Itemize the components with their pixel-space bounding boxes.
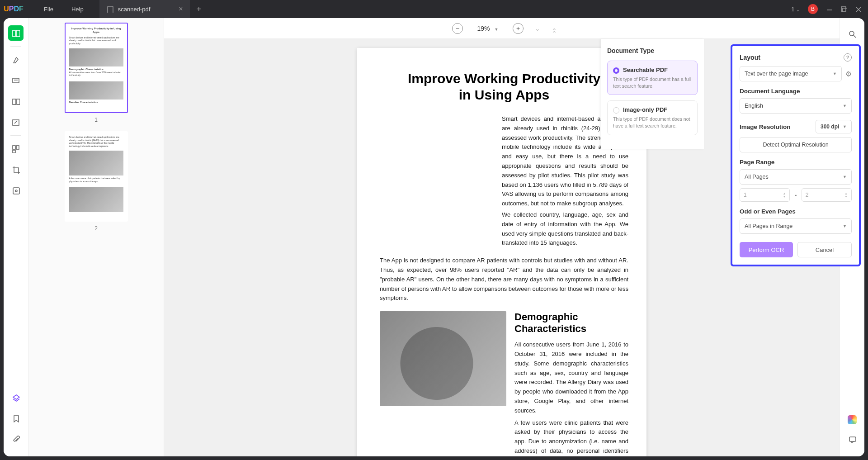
svg-rect-7 (16, 30, 20, 37)
layout-heading: Layout ? (740, 53, 852, 62)
document-image (380, 311, 506, 406)
searchable-pdf-option[interactable]: Searchable PDF This type of PDF document… (607, 61, 698, 95)
svg-rect-2 (841, 7, 846, 11)
radio-selected-icon (613, 67, 619, 74)
detect-resolution-button[interactable]: Detect Optimal Resolution (740, 137, 852, 152)
document-paragraph: The App is not designed to compare AR pa… (380, 256, 628, 303)
minimize-icon[interactable] (826, 6, 832, 12)
organize-pages-button[interactable] (8, 141, 24, 156)
svg-rect-8 (13, 78, 19, 83)
viewer-toolbar: − 19%▼ + ⌄ ⌃⌃ (164, 18, 840, 39)
svg-point-18 (849, 31, 854, 36)
document-icon (106, 5, 113, 13)
range-to-input[interactable]: 2 ▲▼ (802, 188, 852, 202)
svg-point-17 (15, 190, 17, 192)
user-avatar[interactable]: B (808, 4, 818, 14)
ocr-settings-panel: Layout ? Text over the page image▼ ⚙ Doc… (731, 44, 861, 266)
titlebar: UPDF File Help scanned-pdf × + 1 ⌄ B (0, 0, 868, 18)
highlight-tool-button[interactable] (8, 52, 24, 67)
document-type-panel: Document Type Searchable PDF This type o… (601, 39, 704, 149)
reading-mode-button[interactable] (8, 94, 24, 109)
maximize-icon[interactable] (840, 6, 847, 12)
document-paragraph: All consecutive users from June 1, 2016 … (514, 340, 628, 415)
thumbnail-panel: Improve Working Productivity in Using Ap… (28, 18, 164, 456)
svg-rect-16 (13, 188, 19, 194)
attachment-button[interactable] (8, 432, 24, 447)
language-label: Document Language (740, 88, 852, 95)
svg-rect-28 (849, 437, 856, 441)
close-window-icon[interactable] (855, 6, 861, 12)
svg-rect-14 (16, 146, 19, 149)
help-icon[interactable]: ? (844, 53, 852, 62)
svg-rect-10 (13, 99, 16, 104)
radio-unselected-icon (613, 107, 619, 114)
new-tab-button[interactable]: + (190, 5, 208, 14)
thumbnail-page-2[interactable]: Smart devices and internet-based applica… (65, 131, 128, 232)
comment-tool-button[interactable] (8, 73, 24, 88)
edit-tool-button[interactable] (8, 114, 24, 130)
document-type-heading: Document Type (607, 47, 698, 54)
resolution-select[interactable]: 300 dpi▼ (816, 120, 852, 133)
form-tool-button[interactable] (8, 183, 24, 198)
zoom-in-button[interactable]: + (513, 23, 524, 34)
page-range-select[interactable]: All Pages▼ (740, 169, 852, 185)
left-tool-rail (4, 18, 28, 456)
tab-title: scanned-pdf (118, 6, 179, 13)
range-from-input[interactable]: 1 ▲▼ (740, 188, 790, 202)
perform-ocr-button[interactable]: Perform OCR (740, 242, 793, 257)
resolution-label: Image Resolution 300 dpi▼ (740, 120, 852, 133)
image-only-pdf-option[interactable]: Image-only PDF This type of PDF document… (607, 100, 698, 135)
zoom-out-button[interactable]: − (452, 23, 463, 34)
svg-rect-13 (13, 146, 15, 149)
odd-even-label: Odd or Even Pages (740, 208, 852, 215)
tab-close-icon[interactable]: × (179, 5, 183, 13)
section-heading: Demographic Characteristics (514, 311, 628, 335)
zoom-level[interactable]: 19%▼ (474, 25, 501, 32)
range-separator: - (794, 191, 797, 199)
svg-line-19 (854, 35, 856, 38)
layout-select[interactable]: Text over the page image▼ (740, 66, 842, 81)
svg-rect-11 (17, 99, 20, 104)
thumbnails-panel-button[interactable] (8, 25, 24, 41)
page-range-label: Page Range (740, 159, 852, 166)
layers-button[interactable] (8, 390, 24, 405)
app-logo: UPDF (0, 5, 27, 13)
scroll-down-icon[interactable]: ⌄ (535, 25, 540, 32)
search-button[interactable] (844, 26, 860, 42)
page-indicator[interactable]: 1 ⌄ (791, 6, 800, 13)
svg-rect-15 (13, 150, 15, 153)
document-paragraph: A few users were clinic patients that we… (514, 418, 628, 456)
menu-help[interactable]: Help (62, 6, 93, 13)
cancel-button[interactable]: Cancel (797, 242, 852, 257)
menu-file[interactable]: File (35, 6, 62, 13)
odd-even-select[interactable]: All Pages in Range▼ (740, 218, 852, 234)
svg-rect-0 (108, 6, 113, 13)
crop-tool-button[interactable] (8, 162, 24, 177)
gear-icon[interactable]: ⚙ (845, 70, 852, 78)
document-paragraph: We collected country, language, age, sex… (502, 210, 628, 248)
ai-assistant-icon[interactable] (848, 415, 857, 424)
page-title: Improve Working Productivityin Using App… (380, 71, 628, 103)
bookmark-button[interactable] (8, 411, 24, 426)
chat-button[interactable] (844, 432, 860, 447)
document-tab[interactable]: scanned-pdf × (99, 0, 190, 18)
svg-rect-6 (13, 30, 15, 37)
thumbnail-page-1[interactable]: Improve Working Productivity in Using Ap… (65, 23, 128, 123)
thumbnail-number: 1 (65, 117, 128, 123)
thumbnail-number: 2 (65, 225, 128, 232)
language-select[interactable]: English▼ (740, 98, 852, 114)
